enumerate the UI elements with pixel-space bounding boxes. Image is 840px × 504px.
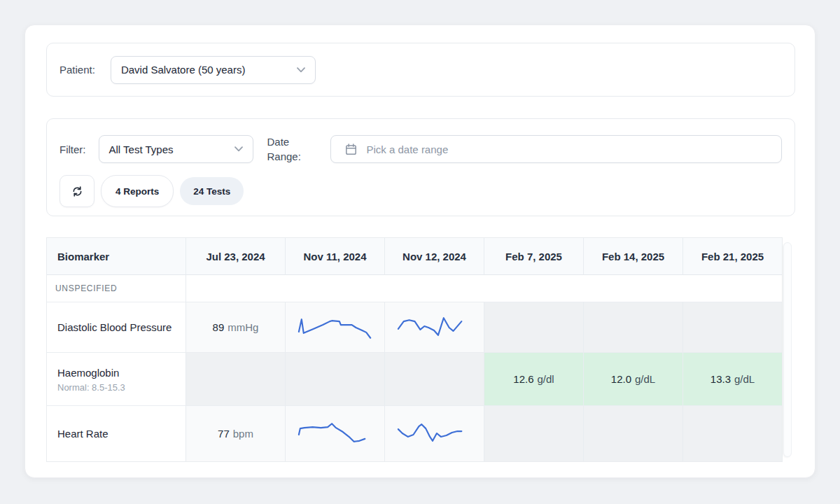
normal-range: Normal: 8.5-15.3: [57, 382, 125, 393]
cell-empty: [682, 405, 782, 461]
sparkline-chart: [294, 312, 377, 343]
cell-sparkline[interactable]: [285, 405, 384, 461]
cell-empty: [186, 352, 285, 405]
cell-sparkline[interactable]: [384, 405, 484, 461]
table-row: HaemoglobinNormal: 8.5-15.312.6g/dl12.0g…: [47, 352, 782, 405]
test-type-select[interactable]: All Test Types: [99, 135, 253, 163]
cell-empty: [583, 302, 682, 352]
cell-value[interactable]: 13.3g/dL: [682, 352, 782, 405]
table-header-row: BiomarkerJul 23, 2024Nov 11, 2024Nov 12,…: [47, 238, 782, 275]
date-range-label: Date Range:: [267, 134, 314, 164]
cell-empty: [682, 302, 782, 352]
biomarker-table: BiomarkerJul 23, 2024Nov 11, 2024Nov 12,…: [46, 237, 783, 462]
cell-value[interactable]: 89mmHg: [186, 302, 285, 352]
sparkline-chart: [393, 419, 476, 449]
cell-value[interactable]: 12.6g/dl: [484, 352, 583, 405]
test-type-select-value: All Test Types: [109, 144, 174, 155]
table-row: Heart Rate77bpm: [47, 405, 782, 461]
column-header-date: Feb 21, 2025: [682, 238, 782, 275]
biomarker-name: Haemoglobin: [57, 365, 119, 380]
chevron-down-icon: [234, 146, 243, 152]
tests-badge-label: 24 Tests: [193, 186, 230, 197]
table-body: Diastolic Blood Pressure89mmHgHaemoglobi…: [47, 302, 782, 461]
date-range-placeholder: Pick a date range: [367, 144, 449, 155]
column-header-biomarker: Biomarker: [47, 238, 186, 275]
biomarker-name: Diastolic Blood Pressure: [57, 320, 172, 335]
group-label: UNSPECIFIED: [47, 275, 186, 302]
biomarker-name-cell: Heart Rate: [47, 405, 186, 461]
cell-sparkline[interactable]: [384, 302, 484, 352]
table-row: Diastolic Blood Pressure89mmHg: [47, 302, 782, 352]
patient-label: Patient:: [59, 64, 95, 76]
biomarker-name: Heart Rate: [57, 426, 108, 441]
cell-value[interactable]: 77bpm: [186, 405, 285, 461]
filter-label: Filter:: [59, 144, 86, 155]
column-header-date: Nov 11, 2024: [285, 238, 384, 275]
cell-value[interactable]: 12.0g/dL: [583, 352, 682, 405]
cell-empty: [484, 405, 583, 461]
patient-panel: Patient: David Salvatore (50 years): [46, 43, 795, 97]
biomarker-name-cell: HaemoglobinNormal: 8.5-15.3: [47, 352, 186, 405]
date-range-input[interactable]: Pick a date range: [330, 135, 783, 163]
column-header-date: Nov 12, 2024: [384, 238, 484, 275]
patient-select[interactable]: David Salvatore (50 years): [111, 56, 316, 84]
calendar-icon: [345, 144, 357, 155]
filter-actions-row: 4 Reports 24 Tests: [59, 175, 782, 207]
cell-empty: [285, 352, 384, 405]
filter-panel: Filter: All Test Types Date Range:: [46, 118, 795, 216]
chevron-down-icon: [297, 67, 305, 73]
column-header-date: Feb 14, 2025: [583, 238, 682, 275]
column-header-date: Jul 23, 2024: [186, 238, 285, 275]
column-header-date: Feb 7, 2025: [484, 238, 583, 275]
filter-row: Filter: All Test Types Date Range:: [59, 134, 782, 164]
refresh-icon: [71, 185, 84, 198]
table-vertical-scrollbar[interactable]: [783, 242, 792, 457]
sparkline-chart: [294, 419, 377, 449]
cell-empty: [484, 302, 583, 352]
cell-empty: [583, 405, 682, 461]
tests-count-badge: 24 Tests: [180, 177, 244, 205]
biomarker-name-cell: Diastolic Blood Pressure: [47, 302, 186, 352]
reports-button-label: 4 Reports: [115, 186, 159, 197]
sparkline-chart: [393, 312, 476, 343]
cell-empty: [384, 352, 484, 405]
table-group-row: UNSPECIFIED: [47, 275, 782, 302]
refresh-button[interactable]: [59, 175, 94, 207]
patient-select-value: David Salvatore (50 years): [121, 64, 246, 76]
reports-button[interactable]: 4 Reports: [101, 175, 174, 207]
main-card: Patient: David Salvatore (50 years) Filt…: [24, 24, 816, 478]
cell-sparkline[interactable]: [285, 302, 384, 352]
group-row-spacer: [186, 275, 782, 302]
